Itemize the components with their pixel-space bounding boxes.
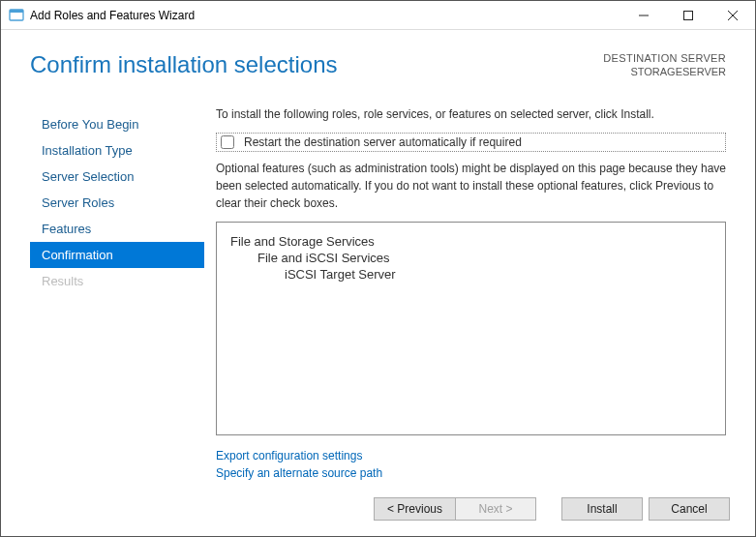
nav-installation-type[interactable]: Installation Type xyxy=(30,137,204,164)
links: Export configuration settings Specify an… xyxy=(216,447,726,482)
restart-checkbox-row[interactable]: Restart the destination server automatic… xyxy=(216,133,726,152)
svg-rect-3 xyxy=(684,11,693,19)
instruction-text: To install the following roles, role ser… xyxy=(216,107,726,121)
export-config-link[interactable]: Export configuration settings xyxy=(216,447,726,464)
tree-item: iSCSI Target Server xyxy=(285,267,711,282)
minimize-button[interactable] xyxy=(621,1,666,30)
destination-block: DESTINATION SERVER STORAGESERVER xyxy=(603,51,726,79)
nav-server-roles[interactable]: Server Roles xyxy=(30,190,204,216)
wizard-window: Add Roles and Features Wizard Confirm in… xyxy=(0,0,756,537)
svg-rect-1 xyxy=(10,10,23,13)
sidebar: Before You Begin Installation Type Serve… xyxy=(30,105,204,482)
main: To install the following roles, role ser… xyxy=(204,105,726,482)
close-button[interactable] xyxy=(711,1,755,30)
tree-item: File and Storage Services xyxy=(230,234,711,249)
cancel-button[interactable]: Cancel xyxy=(649,497,730,521)
next-button: Next > xyxy=(455,497,536,521)
titlebar: Add Roles and Features Wizard xyxy=(1,1,755,30)
header: Confirm installation selections DESTINAT… xyxy=(1,30,755,105)
app-icon xyxy=(9,8,24,23)
body: Before You Begin Installation Type Serve… xyxy=(1,105,755,482)
destination-name: STORAGESERVER xyxy=(603,65,726,78)
window-controls xyxy=(621,1,755,30)
maximize-button[interactable] xyxy=(666,1,711,30)
destination-label: DESTINATION SERVER xyxy=(603,51,726,65)
previous-button[interactable]: < Previous xyxy=(374,497,455,521)
optional-features-text: Optional features (such as administratio… xyxy=(216,160,726,212)
nav-results: Results xyxy=(30,268,204,294)
nav-button-group: < Previous Next > xyxy=(374,497,536,521)
nav-before-you-begin[interactable]: Before You Begin xyxy=(30,111,204,137)
alternate-path-link[interactable]: Specify an alternate source path xyxy=(216,464,726,482)
nav-features[interactable]: Features xyxy=(30,216,204,242)
nav-server-selection[interactable]: Server Selection xyxy=(30,164,204,190)
install-button[interactable]: Install xyxy=(561,497,643,521)
restart-checkbox[interactable] xyxy=(221,135,234,149)
footer: < Previous Next > Install Cancel xyxy=(1,482,755,536)
window-title: Add Roles and Features Wizard xyxy=(30,9,621,22)
nav-confirmation[interactable]: Confirmation xyxy=(30,242,204,268)
restart-label: Restart the destination server automatic… xyxy=(244,135,522,149)
tree-item: File and iSCSI Services xyxy=(257,251,711,265)
page-title: Confirm installation selections xyxy=(30,51,603,78)
selections-tree: File and Storage Services File and iSCSI… xyxy=(216,222,726,435)
